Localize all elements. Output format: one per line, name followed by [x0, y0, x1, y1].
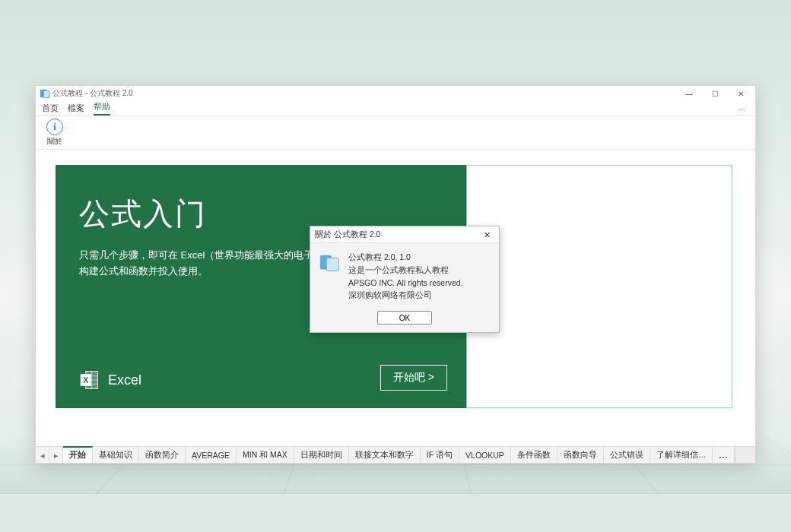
tab-scroll-right[interactable]: ▸	[49, 447, 63, 463]
dialog-title: 關於 公式教程 2.0	[315, 230, 479, 240]
dialog-footer: OK	[310, 306, 499, 332]
menubar: 首页 檔案 帮助 ︿	[36, 101, 755, 116]
minimize-button[interactable]: —	[676, 86, 702, 101]
dialog-close-button[interactable]: ✕	[479, 230, 494, 239]
titlebar: 公式教程 - 公式教程 2.0 — ☐ ✕	[36, 86, 755, 101]
tab-scrollbar[interactable]	[735, 447, 755, 463]
start-button[interactable]: 开始吧 >	[380, 365, 447, 391]
excel-brand: X Excel	[79, 369, 141, 391]
dialog-app-icon	[318, 251, 341, 274]
tab-average[interactable]: AVERAGE	[186, 447, 237, 463]
app-window: 公式教程 - 公式教程 2.0 — ☐ ✕ 首页 檔案 帮助 ︿ i 關於 公式…	[35, 85, 756, 464]
hero-body-line2: 构建公式和函数并投入使用。	[79, 265, 208, 277]
excel-brand-label: Excel	[108, 372, 141, 388]
tab-if[interactable]: IF 语句	[421, 447, 459, 463]
dialog-line-version: 公式教程 2.0, 1.0	[348, 251, 463, 264]
dialog-ok-button[interactable]: OK	[377, 311, 432, 325]
menu-file[interactable]: 檔案	[68, 103, 84, 116]
tab-func-intro[interactable]: 函数简介	[139, 447, 186, 463]
tab-errors[interactable]: 公式错误	[604, 447, 650, 463]
svg-rect-1	[43, 91, 49, 98]
tab-wizard[interactable]: 函数向导	[558, 447, 604, 463]
svg-rect-11	[326, 258, 338, 271]
about-label: 關於	[47, 136, 62, 147]
dialog-line-company: 深圳购软网络有限公司	[348, 289, 463, 302]
tab-scroll-left[interactable]: ◂	[36, 447, 49, 463]
excel-icon: X	[79, 369, 100, 391]
close-button[interactable]: ✕	[728, 86, 754, 101]
tab-concat[interactable]: 联接文本和数字	[349, 447, 421, 463]
menu-help[interactable]: 帮助	[94, 101, 110, 116]
tab-overflow[interactable]: ...	[713, 447, 735, 463]
collapse-ribbon-icon[interactable]: ︿	[735, 103, 749, 116]
tab-vlookup[interactable]: VLOOKUP	[459, 447, 511, 463]
app-icon	[40, 88, 50, 99]
info-icon: i	[46, 119, 63, 135]
tab-more-info[interactable]: 了解详细信…	[650, 447, 713, 463]
tab-minmax[interactable]: MIN 和 MAX	[237, 447, 294, 463]
dialog-body: 公式教程 2.0, 1.0 这是一个公式教程私人教程 APSGO INC. Al…	[310, 243, 499, 306]
tab-datetime[interactable]: 日期和时间	[294, 447, 349, 463]
dialog-line-copyright: APSGO INC. All rights reserved.	[348, 277, 463, 290]
svg-text:X: X	[83, 375, 88, 385]
maximize-button[interactable]: ☐	[702, 86, 728, 101]
sheet-tabs: ◂ ▸ 开始 基础知识 函数简介 AVERAGE MIN 和 MAX 日期和时间…	[36, 446, 755, 463]
right-blank-panel	[466, 165, 732, 408]
tab-conditional[interactable]: 条件函数	[511, 447, 558, 463]
tab-basics[interactable]: 基础知识	[93, 447, 139, 463]
about-dialog: 關於 公式教程 2.0 ✕ 公式教程 2.0, 1.0 这是一个公式教程私人教程…	[310, 226, 500, 333]
window-title: 公式教程 - 公式教程 2.0	[52, 88, 676, 99]
dialog-text: 公式教程 2.0, 1.0 这是一个公式教程私人教程 APSGO INC. Al…	[348, 251, 463, 302]
menu-home[interactable]: 首页	[42, 103, 59, 116]
hero-body-line1: 只需几个步骤，即可在 Excel（世界功能最强大的电子表…	[79, 249, 333, 261]
dialog-titlebar: 關於 公式教程 2.0 ✕	[310, 226, 499, 243]
dialog-line-desc: 这是一个公式教程私人教程	[348, 264, 463, 277]
tab-start[interactable]: 开始	[63, 446, 93, 463]
ribbon: i 關於	[36, 116, 755, 150]
about-button[interactable]: i 關於	[42, 119, 68, 147]
